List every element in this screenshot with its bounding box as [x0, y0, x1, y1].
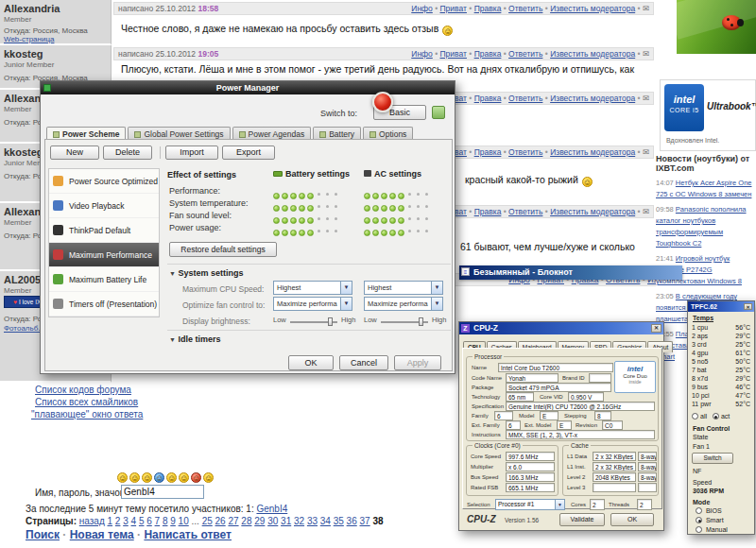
- smiley-icon[interactable]: ☺: [166, 472, 177, 483]
- page-link[interactable]: 27: [228, 516, 238, 526]
- post-action-link[interactable]: Правка: [474, 49, 502, 59]
- ok-button[interactable]: OK: [288, 355, 334, 370]
- validate-button[interactable]: Validate: [559, 513, 605, 526]
- post-action-link[interactable]: Известить модератора: [550, 49, 635, 59]
- cpuz-window[interactable]: Z CPU-Z ✕ CPUCachesMainboardMemorySPDGra…: [458, 321, 664, 531]
- radio-bios[interactable]: [696, 507, 702, 514]
- smiley-icon[interactable]: ☺: [203, 472, 214, 483]
- processor-selection-dropdown[interactable]: Processor #1▼: [495, 499, 565, 510]
- post-action-link[interactable]: Известить модератора: [550, 147, 635, 157]
- username-input[interactable]: [121, 485, 204, 499]
- post-action-link[interactable]: Приват: [440, 4, 467, 13]
- author-name[interactable]: kkosteg: [4, 146, 43, 158]
- post-action-link[interactable]: Правка: [474, 4, 502, 13]
- author-album-link[interactable]: Фотоальб...: [4, 324, 44, 333]
- delete-button[interactable]: Delete: [103, 146, 152, 160]
- radio-manual[interactable]: [696, 526, 702, 533]
- news-item[interactable]: 09:58 Panasonic пополнила каталог ноутбу…: [656, 202, 754, 248]
- radio-smart[interactable]: [696, 517, 702, 523]
- radio-act[interactable]: [713, 413, 719, 420]
- floating-reply-link[interactable]: "плавающее" окно ответа: [31, 409, 143, 420]
- cpu-speed-battery-dropdown[interactable]: Highest▼: [273, 281, 352, 295]
- page-link[interactable]: 37: [360, 516, 370, 526]
- power-manager-titlebar[interactable]: Power Manager: [41, 81, 455, 94]
- brightness-ac-thumb[interactable]: [419, 317, 423, 326]
- post-action-link[interactable]: Инфо: [411, 4, 433, 13]
- post-action-link[interactable]: Известить модератора: [550, 207, 635, 216]
- tpfancontrol-window[interactable]: TPFC.62 ✕ Temps 1 cpu56°C2 aps29°C3 crd2…: [687, 300, 755, 535]
- news-item[interactable]: 14:07 Нетбук Acer Aspire One 725 с ОС Wi…: [656, 176, 754, 198]
- fan-battery-dropdown[interactable]: Maximize performa▼: [273, 297, 352, 311]
- author-name[interactable]: AL2005: [4, 274, 41, 285]
- page-link[interactable]: 33: [307, 516, 318, 526]
- search-link[interactable]: Поиск: [26, 528, 60, 541]
- reply-link[interactable]: Написать ответ: [144, 528, 232, 541]
- post-action-link[interactable]: Известить модератора: [550, 94, 635, 103]
- close-icon[interactable]: ✕: [744, 303, 752, 310]
- page-link[interactable]: 7: [155, 516, 161, 526]
- brightness-battery-thumb[interactable]: [328, 317, 333, 326]
- author-name[interactable]: kkosteg: [4, 48, 43, 60]
- envelope-icon[interactable]: ✉: [643, 207, 649, 216]
- idle-timers-section-header[interactable]: ▼ Idle timers: [169, 334, 220, 344]
- page-link[interactable]: 1: [108, 516, 113, 526]
- power-scheme-item[interactable]: ThinkPad Default: [49, 218, 159, 243]
- page-link[interactable]: 26: [215, 516, 226, 526]
- author-name[interactable]: Allexandria: [4, 3, 60, 14]
- ok-button[interactable]: OK: [610, 513, 654, 526]
- system-settings-section-header[interactable]: ▼ System settings: [169, 268, 243, 278]
- envelope-icon[interactable]: ✉: [643, 4, 649, 13]
- smiley-icon[interactable]: ☺: [117, 472, 128, 483]
- page-link[interactable]: 31: [281, 516, 291, 526]
- author-website-link[interactable]: Web-страница: [4, 35, 54, 43]
- post-action-link[interactable]: Приват: [440, 49, 467, 59]
- all-smilies-link[interactable]: Список всех смайликов: [35, 397, 138, 407]
- post-action-link[interactable]: Ответить: [508, 94, 542, 103]
- smiley-icon[interactable]: ☺: [191, 472, 201, 483]
- fan-mode-option[interactable]: Manual: [696, 526, 752, 536]
- fan-mode-option[interactable]: BIOS: [696, 507, 752, 517]
- cpuz-titlebar[interactable]: Z CPU-Z ✕: [459, 322, 663, 334]
- new-button[interactable]: New: [50, 146, 99, 160]
- post-action-link[interactable]: Ответить: [508, 147, 542, 157]
- visitor-user-link[interactable]: GenbI4: [256, 504, 287, 514]
- tpfc-titlebar[interactable]: TPFC.62 ✕: [688, 301, 754, 312]
- restore-defaults-button[interactable]: Restore default settings: [169, 242, 277, 257]
- post-action-link[interactable]: Известить модератора: [550, 4, 635, 13]
- power-manager-window[interactable]: Power Manager Switch to: Basic Power Sch…: [40, 80, 455, 374]
- fan-ac-dropdown[interactable]: Maximize performa▼: [364, 297, 443, 311]
- post-action-link[interactable]: Правка: [474, 147, 502, 157]
- post-action-link[interactable]: Инфо: [411, 49, 433, 59]
- post-action-link[interactable]: Ответить: [508, 207, 542, 216]
- pages-back-link[interactable]: назад: [79, 516, 105, 526]
- cancel-button[interactable]: Cancel: [339, 355, 388, 370]
- fan-switch-button[interactable]: Switch: [692, 453, 733, 464]
- power-scheme-item[interactable]: Video Playback: [49, 194, 159, 218]
- new-topic-link[interactable]: Новая тема: [70, 528, 134, 541]
- power-scheme-item[interactable]: Maximum Battery Life: [49, 267, 159, 292]
- import-button[interactable]: Import: [165, 146, 218, 160]
- page-link[interactable]: 29: [254, 516, 265, 526]
- smiley-icon[interactable]: ☺: [179, 472, 189, 483]
- envelope-icon[interactable]: ✉: [643, 49, 649, 59]
- smiley-icon[interactable]: ☺: [129, 472, 140, 483]
- page-link[interactable]: 30: [267, 516, 278, 526]
- page-link[interactable]: 9: [170, 516, 176, 526]
- post-action-link[interactable]: Правка: [474, 94, 502, 103]
- forum-codes-link[interactable]: Список кодов форума: [35, 385, 131, 395]
- page-link[interactable]: 6: [146, 516, 152, 526]
- notepad-window[interactable]: ≡ Безымянный - Блокнот: [459, 265, 682, 280]
- envelope-icon[interactable]: ✉: [643, 147, 649, 157]
- page-link[interactable]: 36: [347, 516, 357, 526]
- help-book-icon[interactable]: [432, 106, 445, 119]
- smiley-icon[interactable]: ☺: [142, 472, 152, 483]
- power-scheme-item[interactable]: Timers off (Presentation): [49, 292, 159, 317]
- fan-mode-option[interactable]: Smart: [696, 517, 752, 526]
- post-action-link[interactable]: Ответить: [508, 4, 542, 13]
- page-link[interactable]: 4: [131, 516, 137, 526]
- page-link[interactable]: 25: [202, 516, 213, 526]
- power-scheme-item[interactable]: Power Source Optimized: [49, 169, 159, 194]
- page-link[interactable]: 35: [334, 516, 344, 526]
- page-link[interactable]: 5: [139, 516, 145, 526]
- page-link[interactable]: 10: [179, 516, 189, 526]
